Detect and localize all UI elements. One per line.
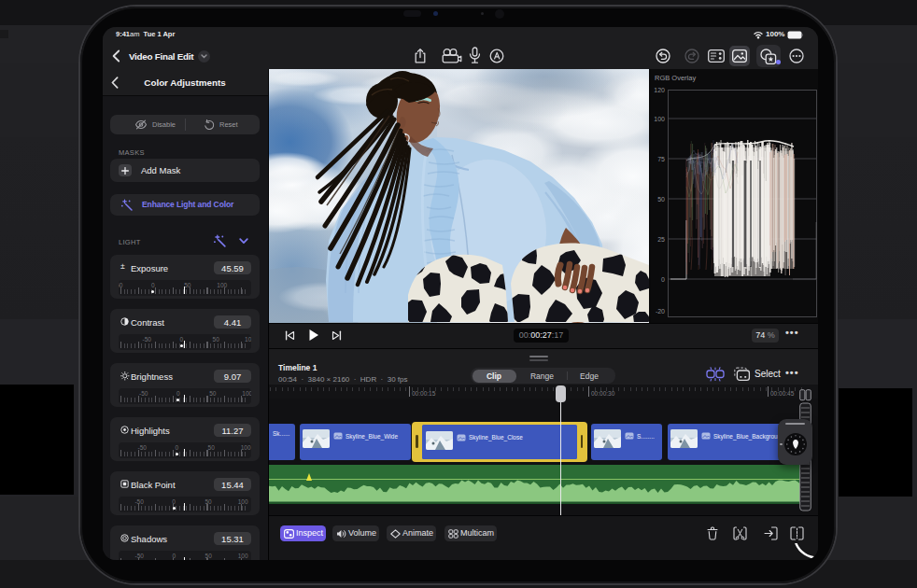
svg-text:-20: -20	[656, 308, 665, 315]
svg-text:25: 25	[657, 236, 665, 243]
svg-text:50: 50	[657, 196, 665, 203]
svg-text:75: 75	[657, 156, 665, 162]
svg-text:120: 120	[654, 87, 665, 93]
svg-text:RGB Overlay: RGB Overlay	[655, 74, 696, 82]
svg-text:0: 0	[661, 276, 665, 283]
svg-text:100: 100	[654, 116, 665, 122]
